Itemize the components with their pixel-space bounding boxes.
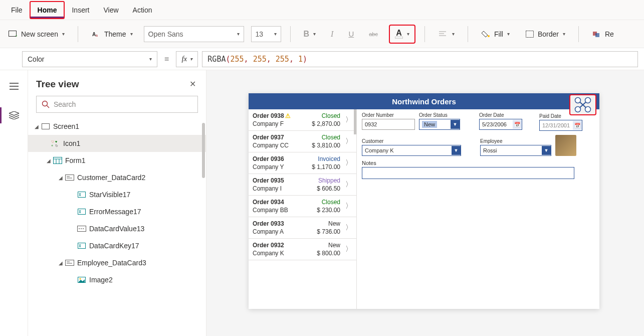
tree-item-icon1[interactable]: ♡♥+↻ Icon1: [28, 135, 206, 152]
menu-file[interactable]: File: [4, 2, 30, 18]
svg-point-7: [488, 35, 490, 37]
font-color-button[interactable]: A ▾: [391, 27, 413, 42]
underline-button[interactable]: U: [344, 27, 358, 41]
order-status-select[interactable]: New▼: [419, 119, 460, 130]
tree-item-starvisible17[interactable]: StarVisible17: [28, 186, 206, 203]
tree-search-wrap: [28, 96, 206, 118]
italic-button[interactable]: I: [327, 27, 337, 42]
bold-button[interactable]: B ▾: [300, 27, 320, 42]
canvas[interactable]: Northwind Orders Order 0938⚠Company FClo…: [206, 70, 644, 336]
theme-icon: Aa: [91, 29, 101, 39]
close-panel-button[interactable]: ✕: [187, 77, 198, 91]
svg-rect-34: [78, 243, 86, 249]
customer-select[interactable]: Company K▼: [362, 145, 461, 156]
tree-item-label: Screen1: [53, 122, 79, 130]
tree-item-label: ErrorMessage17: [89, 208, 141, 216]
order-list-row[interactable]: Order 0935Company IShipped$ 606.50〉: [249, 174, 356, 196]
tree-item-datacardvalue13[interactable]: DataCardValue13: [28, 220, 206, 237]
align-button[interactable]: ▾: [434, 26, 459, 42]
menu-action[interactable]: Action: [126, 2, 159, 18]
tree-item-customer-datacard[interactable]: ◢ Customer_DataCard2: [28, 169, 206, 186]
svg-text:↻: ↻: [55, 144, 58, 147]
svg-text:♥: ♥: [55, 140, 57, 143]
reorder-button[interactable]: Re: [588, 26, 618, 42]
chevron-down-icon: ▾: [190, 56, 192, 62]
tree-item-datacardkey17[interactable]: DataCardKey17: [28, 237, 206, 254]
font-size-select[interactable]: 13 ▾: [251, 26, 281, 42]
formula-c1: ,: [244, 55, 249, 64]
property-value: Color: [28, 55, 44, 63]
order-list-row[interactable]: Order 0936Company YInvoiced$ 1,170.00〉: [249, 152, 356, 174]
border-button[interactable]: Border ▾: [521, 26, 569, 42]
font-family-select[interactable]: Open Sans ▾: [144, 26, 244, 42]
formula-fn: RGBA: [207, 55, 226, 64]
employee-avatar: [555, 135, 576, 156]
svg-rect-21: [54, 157, 62, 164]
strikethrough-button[interactable]: abc: [365, 28, 382, 40]
chevron-down-icon: ▾: [452, 31, 455, 37]
font-size-value: 13: [256, 30, 264, 38]
tree-item-errormessage17[interactable]: ErrorMessage17: [28, 203, 206, 220]
formula-input[interactable]: RGBA(255, 255, 255, 1): [202, 51, 638, 67]
fx-button[interactable]: fx ▾: [176, 51, 198, 67]
tree-search-input[interactable]: [54, 100, 192, 108]
svg-rect-8: [526, 31, 533, 37]
hamburger-button[interactable]: [4, 76, 24, 96]
property-select[interactable]: Color ▾: [22, 51, 157, 67]
fill-button[interactable]: Fill ▾: [477, 26, 514, 42]
order-list-row[interactable]: Order 0932Company KNew$ 800.00〉: [249, 239, 356, 260]
formula-c2: ,: [267, 55, 271, 64]
order-list-row[interactable]: Order 0938⚠Company FClosed$ 2,870.00〉: [249, 109, 356, 131]
chevron-down-icon: ▾: [313, 31, 316, 37]
svg-rect-25: [66, 175, 74, 181]
svg-point-42: [575, 98, 581, 103]
align-icon: [438, 29, 448, 39]
scrollbar-thumb[interactable]: [354, 109, 356, 134]
chevron-down-icon: ▾: [507, 31, 510, 37]
selected-icon-control[interactable]: [569, 94, 596, 115]
tree-item-form1[interactable]: ◢ Form1: [28, 152, 206, 169]
employee-select[interactable]: Rossi▼: [480, 145, 551, 156]
notes-field[interactable]: [362, 167, 574, 179]
order-form: Order Number 0932 Order Status New▼ Orde…: [357, 93, 599, 309]
svg-rect-16: [42, 124, 50, 129]
notes-label: Notes: [362, 160, 594, 166]
order-list-row[interactable]: Order 0934Company BBClosed$ 230.00〉: [249, 196, 356, 217]
order-list-row[interactable]: Order 0937Company CCClosed$ 3,810.00〉: [249, 131, 356, 152]
order-status-label: Order Status: [419, 112, 460, 118]
menu-view[interactable]: View: [96, 2, 125, 18]
chevron-down-icon: ▾: [237, 31, 240, 37]
chevron-down-icon: ▼: [542, 146, 551, 155]
scrollbar-thumb[interactable]: [202, 123, 205, 178]
theme-button[interactable]: Aa Theme ▾: [87, 26, 137, 42]
tree-search[interactable]: [36, 96, 198, 113]
menu-insert[interactable]: Insert: [65, 2, 96, 18]
new-screen-button[interactable]: + New screen ▾: [4, 26, 69, 42]
order-list-body[interactable]: Order 0938⚠Company FClosed$ 2,870.00〉Ord…: [249, 109, 356, 309]
tree-item-image2[interactable]: Image2: [28, 271, 206, 288]
chevron-down-icon: ▾: [274, 31, 277, 37]
separator: [290, 26, 291, 42]
fill-label: Fill: [494, 30, 503, 38]
order-date-field[interactable]: 5/23/2006📅: [479, 119, 522, 130]
svg-point-33: [83, 228, 84, 229]
paid-date-field[interactable]: 12/31/2001📅: [539, 120, 582, 131]
form-icon: [53, 156, 62, 165]
svg-rect-29: [78, 209, 86, 215]
tree-item-employee-datacard[interactable]: ◢ Employee_DataCard3: [28, 254, 206, 271]
chevron-down-icon: ▾: [563, 31, 565, 37]
tree-item-label: Icon1: [63, 139, 80, 147]
formula-a1: 255: [231, 55, 244, 64]
calendar-icon: 📅: [513, 120, 522, 129]
tree-item-screen1[interactable]: ◢ Screen1: [28, 118, 206, 135]
nodes-icon: [574, 97, 592, 113]
formula-a3: 255: [276, 55, 289, 64]
order-list-row[interactable]: Order 0933Company ANew$ 736.00〉: [249, 217, 356, 239]
svg-point-44: [575, 107, 581, 112]
menu-home[interactable]: Home: [31, 2, 64, 18]
svg-text:♡: ♡: [51, 140, 54, 143]
svg-point-14: [43, 101, 48, 106]
tree-view-button[interactable]: [4, 105, 24, 125]
tree-scroll[interactable]: ◢ Screen1 ♡♥+↻ Icon1 ◢ Form1 ◢ Customer_…: [28, 118, 206, 336]
order-number-field[interactable]: 0932: [362, 119, 415, 130]
